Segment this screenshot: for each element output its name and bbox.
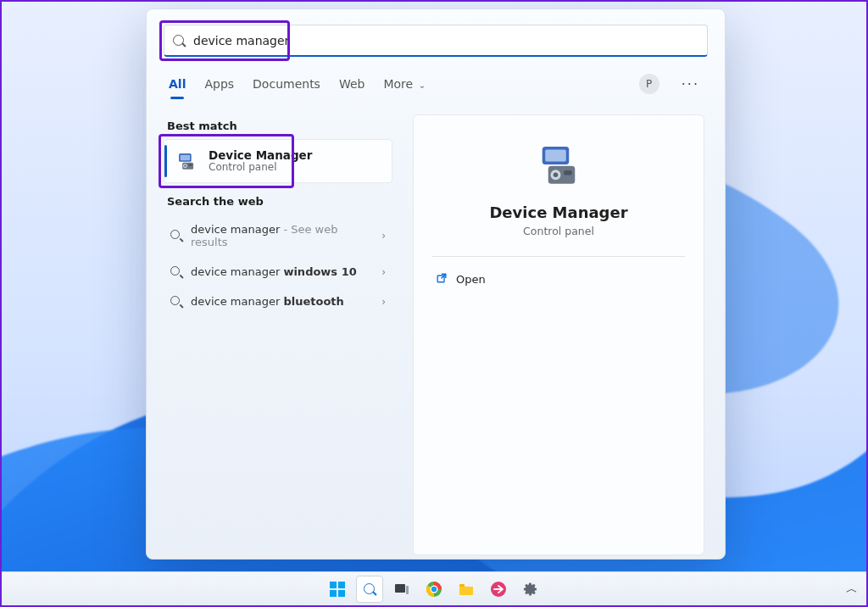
open-label: Open (456, 273, 486, 286)
settings-taskbar-button[interactable] (517, 576, 544, 603)
svg-rect-17 (395, 584, 405, 593)
search-icon (170, 296, 182, 308)
more-options-button[interactable]: ··· (678, 75, 703, 94)
start-button[interactable] (324, 576, 351, 603)
filter-tab-documents[interactable]: Documents (253, 74, 320, 94)
svg-rect-1 (181, 155, 190, 161)
filter-tab-more[interactable]: More ⌄ (383, 74, 426, 94)
search-taskbar-button[interactable] (356, 576, 383, 603)
filter-tab-more-label: More (383, 77, 413, 91)
web-result-bold: windows 10 (283, 265, 356, 278)
web-result-query: device manager (191, 265, 283, 278)
svg-rect-16 (338, 590, 345, 597)
task-view-button[interactable] (388, 576, 415, 603)
system-tray[interactable]: ︿ (846, 572, 858, 605)
web-result-item[interactable]: device manager - See web results › (164, 214, 392, 257)
svg-rect-5 (188, 164, 192, 165)
svg-rect-7 (545, 150, 566, 162)
svg-point-10 (554, 172, 559, 177)
chrome-taskbar-button[interactable] (420, 576, 448, 603)
web-result-query: device manager (191, 223, 280, 236)
filter-tab-web[interactable]: Web (339, 74, 365, 94)
best-match-subtitle: Control panel (209, 161, 312, 173)
results-column: Best match Device Manager Control panel (147, 99, 401, 559)
svg-point-21 (431, 586, 437, 591)
chevron-right-icon: › (381, 230, 386, 242)
svg-rect-13 (330, 582, 337, 588)
divider (432, 256, 685, 257)
file-explorer-taskbar-button[interactable] (453, 576, 480, 603)
search-filter-tabs: All Apps Documents Web More ⌄ P ··· (147, 60, 725, 99)
open-external-icon (436, 272, 448, 287)
svg-rect-18 (406, 586, 409, 594)
web-result-item[interactable]: device manager windows 10 › (164, 257, 392, 287)
chevron-right-icon: › (381, 296, 386, 308)
device-manager-icon (175, 149, 198, 173)
result-preview-pane: Device Manager Control panel Open (413, 114, 704, 555)
device-manager-icon (535, 141, 582, 192)
chevron-down-icon: ⌄ (419, 81, 426, 90)
search-icon (173, 35, 185, 47)
best-match-title: Device Manager (209, 149, 312, 162)
filter-tab-apps[interactable]: Apps (204, 74, 234, 94)
preview-subtitle: Control panel (523, 225, 594, 237)
chevron-right-icon: › (381, 266, 386, 278)
filter-tab-all[interactable]: All (169, 74, 186, 94)
search-box[interactable] (164, 25, 708, 57)
best-match-result[interactable]: Device Manager Control panel (164, 139, 392, 183)
svg-rect-11 (564, 170, 572, 175)
open-action[interactable]: Open (432, 265, 685, 293)
search-flyout: All Apps Documents Web More ⌄ P ··· Best… (146, 8, 726, 560)
svg-rect-22 (459, 584, 465, 587)
search-icon (170, 230, 182, 242)
svg-rect-15 (330, 590, 337, 597)
search-web-heading: Search the web (167, 195, 389, 208)
svg-point-4 (184, 165, 186, 167)
web-result-bold: bluetooth (283, 295, 343, 308)
chevron-up-icon: ︿ (846, 582, 858, 597)
web-result-query: device manager (191, 295, 283, 308)
taskbar: ︿ (2, 571, 866, 605)
search-input[interactable] (192, 33, 698, 48)
web-result-item[interactable]: device manager bluetooth › (164, 287, 392, 316)
search-icon (364, 583, 376, 595)
best-match-heading: Best match (167, 120, 389, 132)
search-icon (170, 266, 182, 278)
account-avatar[interactable]: P (639, 74, 659, 94)
svg-rect-14 (338, 582, 345, 588)
app-taskbar-button[interactable] (485, 576, 512, 603)
preview-title: Device Manager (489, 203, 627, 221)
